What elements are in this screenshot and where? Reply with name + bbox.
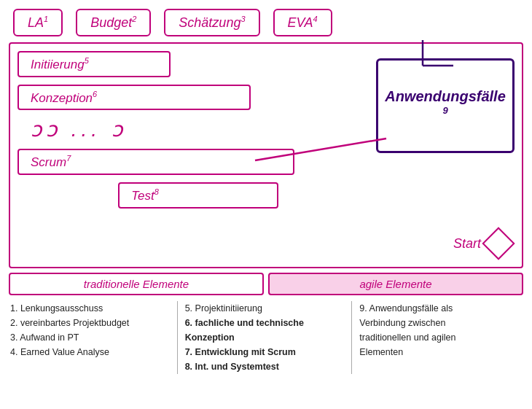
box-schaetzung-label: Schätzung: [179, 15, 240, 30]
label-traditionelle: traditionelle Elemente: [9, 273, 264, 295]
konzeption-label: Konzeption: [31, 90, 93, 104]
box-budget-label: Budget: [90, 15, 132, 30]
box-budget: Budget2: [76, 9, 151, 36]
legend-6: 6. fachliche und technische Konzeption: [185, 316, 345, 345]
test-label: Test: [131, 189, 154, 203]
box-schaetzung-sup: 3: [240, 15, 245, 23]
anwendungsfaelle-label: Anwendungsfälle 9: [384, 88, 506, 123]
initiierung-label: Initiierung: [31, 58, 85, 71]
scrum-label: Scrum: [31, 155, 66, 169]
box-schaetzung: Schätzung3: [164, 9, 259, 36]
konzeption-sup: 6: [93, 90, 97, 98]
box-la-sup: 1: [44, 15, 48, 23]
top-row: LA1 Budget2 Schätzung3 EVA4: [0, 0, 532, 42]
box-eva-label: EVA: [288, 15, 313, 30]
spiral-symbols: ↄↄ ... ↄ: [17, 117, 335, 141]
legend-9b: Verbindung zwischen: [359, 316, 519, 330]
legend-col3: 9. Anwendungsfälle als Verbindung zwisch…: [355, 301, 523, 374]
legend-col2: 5. Projektinitiierung 6. fachliche und t…: [181, 301, 349, 374]
box-eva-sup: 4: [313, 15, 318, 23]
box-scrum: Scrum7: [17, 149, 294, 175]
box-initiierung: Initiierung5: [17, 51, 171, 77]
box-la: LA1: [13, 9, 63, 36]
box-test: Test8: [118, 182, 278, 209]
legend-7: 7. Entwicklung mit Scrum: [185, 345, 345, 359]
label-agile: agile Elemente: [268, 273, 523, 295]
legend-col1: 1. Lenkungsausschuss 2. vereinbartes Pro…: [6, 301, 174, 374]
box-konzeption: Konzeption6: [17, 85, 251, 111]
legend: 1. Lenkungsausschuss 2. vereinbartes Pro…: [6, 301, 523, 374]
legend-4: 4. Earned Value Analyse: [10, 345, 170, 359]
legend-5: 5. Projektinitiierung: [185, 301, 345, 316]
main-container: LA1 Budget2 Schätzung3 EVA4 Initiierung5: [0, 0, 532, 409]
legend-sep1: [177, 301, 178, 374]
bottom-labels: traditionelle Elemente agile Elemente: [9, 273, 523, 295]
legend-sep2: [351, 301, 352, 374]
legend-2: 2. vereinbartes Projektbudget: [10, 316, 170, 330]
box-eva: EVA4: [273, 9, 332, 36]
box-la-label: LA: [28, 15, 44, 30]
inner-left: Initiierung5 Konzeption6 ↄↄ ... ↄ Scrum7…: [10, 44, 343, 267]
box-budget-sup: 2: [132, 15, 136, 23]
start-area: Start: [453, 232, 510, 255]
start-label: Start: [453, 236, 481, 252]
legend-9c: traditionellen und agilen: [359, 330, 519, 345]
legend-9a: 9. Anwendungsfälle als: [359, 301, 519, 316]
scrum-sup: 7: [66, 154, 71, 163]
legend-3: 3. Aufwand in PT: [10, 330, 170, 345]
legend-8: 8. Int. und Systemtest: [185, 359, 345, 374]
diagram-area: Initiierung5 Konzeption6 ↄↄ ... ↄ Scrum7…: [9, 42, 523, 268]
box-anwendungsfaelle: Anwendungsfälle 9: [376, 58, 515, 153]
start-diamond: [482, 227, 515, 260]
test-sup: 8: [154, 187, 159, 196]
legend-9d: Elementen: [359, 345, 519, 359]
initiierung-sup: 5: [85, 56, 89, 65]
legend-1: 1. Lenkungsausschuss: [10, 301, 170, 316]
